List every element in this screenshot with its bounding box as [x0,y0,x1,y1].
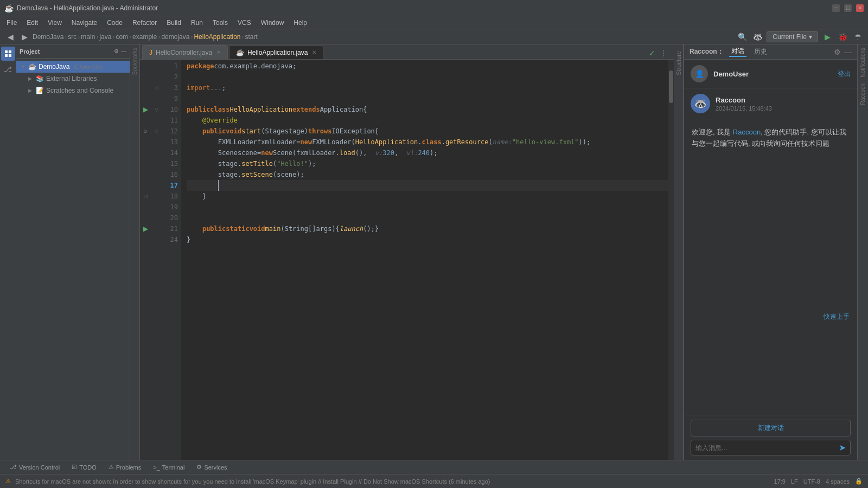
line-number-3: 3 [162,84,181,92]
bot-timestamp: 2024/01/15, 15:48:43 [716,105,772,112]
structure-label[interactable]: Structure [675,47,682,80]
breadcrumb-java[interactable]: java [99,33,111,41]
raccoon-tab-chat[interactable]: 对话 [729,47,746,57]
external-libraries-item[interactable]: ▶ 📚 External Libraries [16,73,130,85]
code-line-20 [187,213,668,223]
lock-icon: 🔒 [855,478,863,485]
project-settings-icon[interactable]: ⚙ [114,48,119,54]
tree-arrow-icon: ▼ [21,64,26,69]
chat-input[interactable] [695,444,835,452]
nav-forward-button[interactable]: ▶ [18,31,30,43]
notifications-label[interactable]: Notifications [859,44,867,80]
run-button[interactable]: ▶ [821,31,833,43]
nav-search-button[interactable]: 🔍 [736,31,748,43]
menu-tools[interactable]: Tools [208,18,232,28]
raccoon-title: Raccoon： [690,47,724,56]
raccoon-side-label[interactable]: Raccoon [859,80,867,108]
breadcrumb-com[interactable]: com [116,33,128,41]
commit-panel-toggle[interactable]: ⎇ [1,62,15,76]
tab-helloapplication-close[interactable]: ✕ [312,49,316,55]
raccoon-settings-icon[interactable]: ⚙ [834,48,841,56]
quick-start-link[interactable]: 快速上手 [824,313,850,320]
cursor-position[interactable]: 17:9 [774,478,786,485]
recent-files-button[interactable]: ⋮ [658,47,669,59]
bottom-tab-todo[interactable]: ☑ TODO [66,461,102,473]
chevron-down-icon: ▾ [809,33,812,41]
breadcrumb-class[interactable]: HelloApplication [194,33,240,41]
bottom-tab-problems[interactable]: ⚠ Problems [103,461,146,473]
scratches-item[interactable]: ▶ 📝 Scratches and Console [16,85,130,97]
bottom-tab-vcs[interactable]: ⎇ Version Control [4,461,65,473]
line-ending[interactable]: LF [791,478,798,485]
menu-navigate[interactable]: Navigate [67,18,101,28]
menu-code[interactable]: Code [103,18,127,28]
raccoon-collapse-icon[interactable]: — [844,48,852,56]
nav-back-button[interactable]: ◀ [4,31,16,43]
raccoon-panel: Raccoon： 对话 历史 ⚙ — 👤 DemoUser 登出 🦝 Racco… [684,44,857,460]
menu-edit[interactable]: Edit [22,18,42,28]
breadcrumb-method[interactable]: start [245,33,258,41]
java-active-file-icon: ☕ [236,49,244,56]
menu-build[interactable]: Build [162,18,186,28]
project-panel: Project ⚙ — ▼ ☕ DemoJava C:\work\tm ▶ 📚 … [16,44,130,460]
project-root-item[interactable]: ▼ ☕ DemoJava C:\work\tm [16,61,130,73]
code-editor[interactable]: package com.example.demojava; import ...… [181,60,668,460]
bottom-tab-terminal[interactable]: >_ Terminal [148,461,190,473]
line-number-17: 17 [162,182,181,189]
svg-rect-1 [9,50,11,53]
app-logo-icon: ☕ [4,4,14,12]
collapse-icon-3[interactable]: ◁ [151,82,162,93]
indent-size[interactable]: 4 spaces [826,478,850,485]
menu-run[interactable]: Run [187,18,207,28]
tab-helloapplication[interactable]: ☕ HelloApplication.java ✕ [229,45,323,59]
code-line-11: @Override [187,115,668,126]
raccoon-name-highlight: Raccoon [733,128,761,136]
maximize-button[interactable]: □ [844,4,852,12]
project-panel-toggle[interactable] [1,47,15,61]
project-collapse-icon[interactable]: — [121,48,126,54]
new-chat-button[interactable]: 新建对话 [691,420,851,436]
scroll-thumb[interactable] [669,70,673,103]
run-icon-21[interactable]: ▶ [140,223,151,234]
collapse-icon-12[interactable]: ▽ [151,126,162,137]
menu-file[interactable]: File [2,18,21,28]
breadcrumb-src[interactable]: src [68,33,76,41]
bot-name-label: Raccoon [716,96,772,104]
current-file-dropdown[interactable]: Current File ▾ [767,31,818,42]
breadcrumb-demojava[interactable]: demojava [161,33,189,41]
line-number-2: 2 [162,73,181,81]
nav-raccoon-button[interactable]: 🦝 [751,31,763,43]
logout-button[interactable]: 登出 [838,69,851,79]
menu-refactor[interactable]: Refactor [128,18,161,28]
close-button[interactable]: ✕ [856,4,864,12]
tab-hellocontroller[interactable]: J HelloController.java ✕ [142,45,228,59]
code-line-1: package com.example.demojava; [187,61,668,72]
title-bar-left: ☕ DemoJava - HelloApplication.java - Adm… [4,4,158,12]
status-bar: ⚠ Shortcuts for macOS are not shown: In … [0,474,868,488]
warning-icon: ⚠ [5,478,11,485]
menu-vcs[interactable]: VCS [233,18,256,28]
coverage-button[interactable]: ☂ [852,31,864,43]
minimize-button[interactable]: ─ [832,4,840,12]
raccoon-bot-section: 🦝 Raccoon 2024/01/15, 15:48:43 [684,88,857,119]
breadcrumb-main[interactable]: main [81,33,95,41]
menu-help[interactable]: Help [289,18,311,28]
svg-rect-3 [9,54,11,57]
breadcrumb-app[interactable]: DemoJava [33,33,63,41]
breadcrumb-example[interactable]: example [132,33,157,41]
menu-view[interactable]: View [43,18,66,28]
raccoon-tab-history[interactable]: 历史 [752,47,769,56]
tab-hellocontroller-close[interactable]: ✕ [216,49,221,55]
menu-window[interactable]: Window [257,18,289,28]
chat-send-button[interactable]: ➤ [839,442,846,453]
run-icon-10[interactable]: ▶ [140,104,151,115]
encoding[interactable]: UTF-8 [803,478,820,485]
bottom-tab-services[interactable]: ⚙ Services [191,461,232,473]
debug-button[interactable]: 🐞 [837,31,848,43]
collapse-icon-10[interactable]: ▽ [151,104,162,115]
line-number-20: 20 [162,214,181,222]
bookmarks-label[interactable]: Bookmarks [131,47,139,76]
gutter-icon-1: · [140,61,151,72]
editor-scrollbar[interactable] [668,60,674,460]
terminal-icon: >_ [153,464,160,471]
